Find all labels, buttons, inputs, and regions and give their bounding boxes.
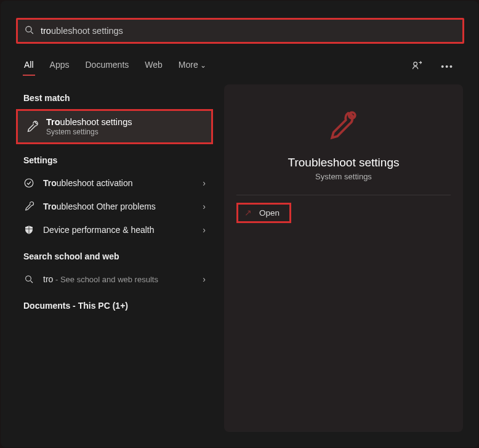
wrench-icon: [325, 105, 362, 142]
search-input[interactable]: troubleshoot settings: [41, 26, 456, 36]
settings-item-label: Troubleshoot Other problems: [43, 202, 194, 211]
tab-documents[interactable]: Documents: [84, 57, 130, 76]
chevron-down-icon: ⌄: [200, 61, 206, 70]
filter-tabs: All Apps Documents Web More⌄ •••: [1, 50, 478, 79]
search-typed-text: tro: [41, 26, 51, 36]
wrench-icon: [23, 201, 34, 212]
shield-icon: [23, 224, 34, 235]
best-match-title: Troubleshoot settings: [46, 117, 132, 127]
best-match-result[interactable]: Troubleshoot settings System settings: [16, 109, 213, 144]
settings-item-device-health[interactable]: Device performance & health ›: [16, 218, 213, 242]
check-circle-icon: [23, 177, 34, 189]
settings-item-other[interactable]: Troubleshoot Other problems ›: [16, 195, 213, 218]
sign-in-icon[interactable]: [409, 58, 425, 75]
tab-all[interactable]: All: [23, 57, 35, 76]
web-search-item[interactable]: tro - See school and web results ›: [16, 267, 213, 291]
detail-subtitle: System settings: [315, 172, 372, 181]
results-list: Best match Troubleshoot settings System …: [16, 79, 213, 432]
detail-actions: ↗ Open: [236, 195, 451, 223]
svg-point-5: [25, 179, 33, 187]
tab-more[interactable]: More⌄: [177, 57, 207, 76]
open-arrow-icon: ↗: [244, 208, 252, 218]
search-completion-text: ubleshoot settings: [51, 26, 123, 36]
search-bar-container: troubleshoot settings: [1, 1, 478, 50]
detail-pane: Troubleshoot settings System settings ↗ …: [224, 84, 463, 432]
search-bar[interactable]: troubleshoot settings: [16, 18, 464, 44]
documents-heading: Documents - This PC (1+): [16, 297, 213, 317]
svg-line-7: [31, 281, 33, 283]
chevron-right-icon: ›: [203, 202, 206, 211]
svg-point-0: [26, 26, 31, 31]
tab-more-label: More: [179, 60, 198, 70]
settings-item-label: Troubleshoot activation: [43, 178, 194, 188]
chevron-right-icon: ›: [203, 274, 206, 284]
best-match-heading: Best match: [16, 89, 213, 109]
svg-line-1: [31, 31, 33, 34]
settings-item-activation[interactable]: Troubleshoot activation ›: [16, 171, 213, 195]
results-body: Best match Troubleshoot settings System …: [1, 79, 478, 447]
open-button[interactable]: ↗ Open: [236, 203, 291, 223]
best-match-subtitle: System settings: [46, 128, 132, 136]
search-window: troubleshoot settings All Apps Documents…: [1, 1, 478, 447]
svg-point-6: [26, 276, 31, 282]
wrench-icon: [25, 120, 39, 134]
settings-item-label: Device performance & health: [43, 225, 194, 235]
tab-apps[interactable]: Apps: [49, 57, 71, 76]
web-heading: Search school and web: [16, 248, 213, 267]
settings-heading: Settings: [16, 152, 213, 171]
open-button-label: Open: [259, 208, 280, 218]
chevron-right-icon: ›: [203, 225, 206, 235]
tab-web[interactable]: Web: [143, 57, 164, 76]
more-options-icon[interactable]: •••: [438, 59, 456, 74]
svg-point-2: [414, 62, 417, 66]
web-item-label: tro - See school and web results: [43, 274, 194, 284]
search-icon: [23, 274, 34, 285]
detail-title: Troubleshoot settings: [288, 156, 400, 169]
chevron-right-icon: ›: [203, 178, 206, 188]
search-icon: [24, 25, 34, 38]
